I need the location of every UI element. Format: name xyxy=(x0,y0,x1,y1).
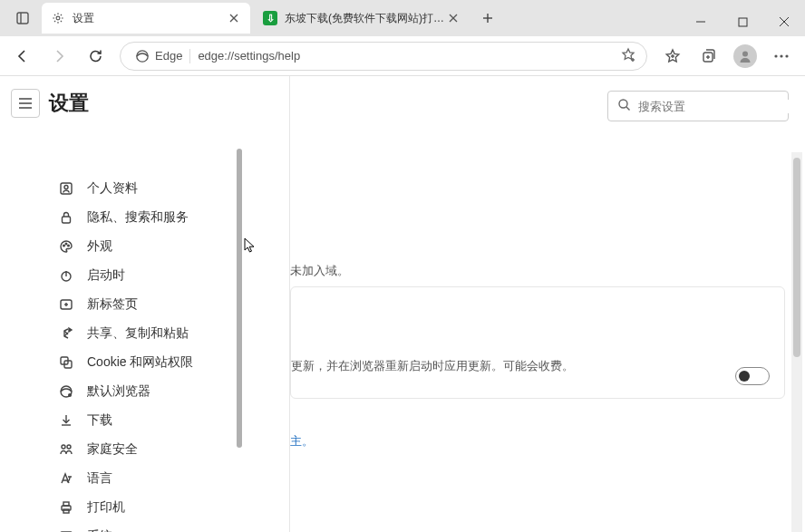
svg-line-53 xyxy=(626,107,630,111)
sidebar-list: 个人资料 隐私、搜索和服务 外观 启动时 新标签页 共享、复制和粘贴 Cooki… xyxy=(0,129,289,532)
settings-page: 设置 个人资料 隐私、搜索和服务 外观 启动时 新标签页 共享、复制和粘贴 Co… xyxy=(0,76,805,532)
titlebar: 设置 ⇩ 东坡下载(免费软件下载网站)打… xyxy=(0,0,805,36)
svg-point-2 xyxy=(56,16,60,20)
svg-point-52 xyxy=(619,100,627,108)
sidebar-item-label: 语言 xyxy=(87,470,112,487)
svg-rect-0 xyxy=(17,13,28,24)
svg-point-29 xyxy=(64,186,68,189)
power-icon xyxy=(58,267,74,284)
settings-sidebar: 设置 个人资料 隐私、搜索和服务 外观 启动时 新标签页 共享、复制和粘贴 Co… xyxy=(0,76,290,532)
refresh-button[interactable] xyxy=(78,39,112,73)
sidebar-item-label: 启动时 xyxy=(87,267,125,284)
sidebar-item-label: 默认浏览器 xyxy=(87,383,150,400)
sidebar-item-printer[interactable]: 打印机 xyxy=(0,493,289,522)
tab-label: 东坡下载(免费软件下载网站)打… xyxy=(285,11,444,26)
sidebar-item-cookies[interactable]: Cookie 和网站权限 xyxy=(0,348,289,377)
back-button[interactable] xyxy=(5,39,40,73)
site-identity[interactable]: Edge xyxy=(128,49,190,63)
toggle-knob xyxy=(739,371,750,382)
svg-rect-48 xyxy=(63,502,69,506)
sidebar-item-privacy[interactable]: 隐私、搜索和服务 xyxy=(0,203,289,232)
tab-label: 设置 xyxy=(73,11,225,26)
settings-search-input[interactable] xyxy=(638,100,790,113)
settings-main: 未加入域。 更新，并在浏览器重新启动时应用更新。可能会收费。 主。 xyxy=(290,76,805,532)
tab-actions-button[interactable] xyxy=(7,4,38,33)
svg-point-13 xyxy=(137,50,148,61)
svg-point-31 xyxy=(63,245,65,247)
sidebar-item-label: 打印机 xyxy=(87,499,125,516)
sidebar-item-label: 隐私、搜索和服务 xyxy=(87,209,189,226)
site-identity-label: Edge xyxy=(155,49,182,63)
language-icon xyxy=(58,470,74,487)
window-controls xyxy=(680,7,805,36)
sidebar-item-label: Cookie 和网站权限 xyxy=(87,354,193,371)
settings-search[interactable] xyxy=(607,91,789,121)
svg-point-33 xyxy=(68,245,70,247)
palette-icon xyxy=(58,238,74,255)
svg-rect-30 xyxy=(63,217,71,223)
favorite-button[interactable] xyxy=(617,47,639,65)
svg-point-22 xyxy=(774,54,777,57)
page-scrollbar[interactable] xyxy=(791,152,802,532)
sidebar-title: 设置 xyxy=(49,90,89,117)
svg-point-24 xyxy=(785,54,788,57)
sidebar-item-label: 共享、复制和粘贴 xyxy=(87,325,189,342)
site-favicon-icon: ⇩ xyxy=(263,11,277,25)
svg-rect-10 xyxy=(739,18,747,26)
metered-update-toggle[interactable] xyxy=(735,367,770,385)
new-tab-button[interactable] xyxy=(473,4,502,33)
sidebar-item-profile[interactable]: 个人资料 xyxy=(0,174,289,203)
url-input[interactable] xyxy=(190,49,617,63)
share-icon xyxy=(58,325,74,342)
sidebar-toggle-button[interactable] xyxy=(11,89,40,118)
family-icon xyxy=(58,441,74,458)
tab-download-site[interactable]: ⇩ 东坡下载(免费软件下载网站)打… xyxy=(254,3,470,34)
svg-point-45 xyxy=(62,445,65,449)
scroll-thumb[interactable] xyxy=(793,158,800,357)
close-window-button[interactable] xyxy=(763,7,805,36)
sidebar-item-share[interactable]: 共享、复制和粘贴 xyxy=(0,319,289,348)
sidebar-item-label: 系统 xyxy=(87,528,112,532)
sidebar-item-family[interactable]: 家庭安全 xyxy=(0,435,289,464)
sidebar-item-system[interactable]: 系统 xyxy=(0,522,289,532)
collections-button[interactable] xyxy=(691,39,727,73)
update-card: 更新，并在浏览器重新启动时应用更新。可能会收费。 xyxy=(290,286,785,399)
svg-point-42 xyxy=(68,393,72,397)
tab-settings[interactable]: 设置 xyxy=(42,3,250,34)
maximize-button[interactable] xyxy=(722,7,763,36)
svg-point-23 xyxy=(780,54,782,57)
permissions-icon xyxy=(58,354,74,371)
sidebar-item-label: 个人资料 xyxy=(87,180,138,197)
profile-button[interactable] xyxy=(727,39,763,73)
tab-close-button[interactable] xyxy=(444,9,462,27)
printer-icon xyxy=(58,499,74,516)
svg-rect-49 xyxy=(63,509,69,513)
sidebar-item-label: 家庭安全 xyxy=(87,441,138,458)
svg-point-46 xyxy=(67,445,71,449)
address-bar[interactable]: Edge xyxy=(120,42,647,71)
profile-icon xyxy=(58,180,74,197)
svg-point-21 xyxy=(742,51,748,56)
toolbar: Edge xyxy=(0,36,805,76)
sidebar-item-downloads[interactable]: 下载 xyxy=(0,406,289,435)
more-button[interactable] xyxy=(763,39,800,73)
sidebar-scrollbar[interactable] xyxy=(237,149,242,448)
gear-icon xyxy=(51,11,65,25)
tab-close-button[interactable] xyxy=(225,9,243,27)
sidebar-item-newtab[interactable]: 新标签页 xyxy=(0,290,289,319)
download-icon xyxy=(58,412,74,429)
system-icon xyxy=(58,528,74,532)
domain-status-text: 未加入域。 xyxy=(290,263,349,279)
sidebar-item-label: 新标签页 xyxy=(87,296,138,313)
newtab-icon xyxy=(58,296,74,313)
sidebar-item-language[interactable]: 语言 xyxy=(0,464,289,493)
sidebar-item-label: 外观 xyxy=(87,238,112,255)
sidebar-item-startup[interactable]: 启动时 xyxy=(0,261,289,290)
sidebar-item-appearance[interactable]: 外观 xyxy=(0,232,289,261)
minimize-button[interactable] xyxy=(680,7,722,36)
sidebar-item-default-browser[interactable]: 默认浏览器 xyxy=(0,377,289,406)
forward-button[interactable] xyxy=(42,39,76,73)
tab-well: 设置 ⇩ 东坡下载(免费软件下载网站)打… xyxy=(7,0,502,36)
favorites-button[interactable] xyxy=(655,39,691,73)
link-fragment[interactable]: 主。 xyxy=(290,433,314,450)
